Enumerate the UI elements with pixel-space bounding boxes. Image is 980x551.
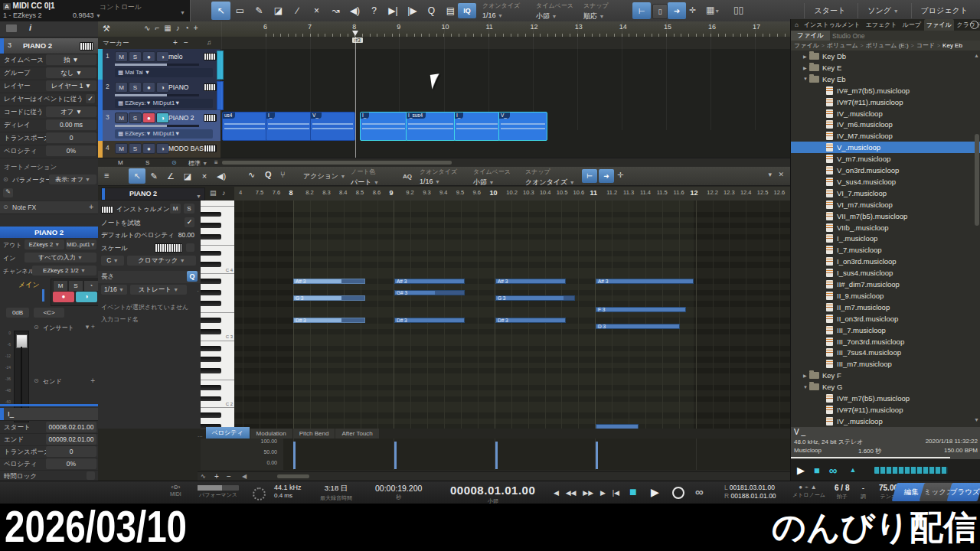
- inspector-track-header[interactable]: 3 PIANO 2: [0, 38, 98, 54]
- editor-timebase-select[interactable]: タイムベース 小節 ▼: [473, 168, 511, 186]
- automation-tab-after-touch[interactable]: After Touch: [335, 429, 378, 439]
- close-editor-icon[interactable]: ✕: [778, 171, 784, 178]
- event-row-checkbox[interactable]: [87, 471, 95, 480]
- breadcrumb-segment[interactable]: ボリューム (E:): [866, 41, 909, 50]
- quantize-apply-icon[interactable]: Q: [265, 170, 272, 179]
- velocity-bar[interactable]: [293, 442, 296, 469]
- display-dropdown-icon[interactable]: ▼: [180, 8, 185, 16]
- paint-tool[interactable]: ✎: [250, 2, 269, 20]
- note-grid[interactable]: A# 3G 3D# 3A# 3G# 3D# 3A# 3G 3D# 3A# 3F …: [234, 201, 790, 429]
- files-subtab[interactable]: ファイル: [791, 31, 830, 41]
- add-marker-icon[interactable]: +: [173, 38, 178, 47]
- send-row[interactable]: ⊙ センド +: [0, 375, 98, 386]
- file-row[interactable]: V_.musicloop: [791, 142, 980, 153]
- dot-icon[interactable]: ·: [197, 288, 199, 295]
- file-row[interactable]: III_7sus4.musicloop: [791, 347, 980, 358]
- file-row[interactable]: V_sus4.musicloop: [791, 176, 980, 187]
- piano-black-key[interactable]: [201, 234, 221, 240]
- event-row-value[interactable]: 0: [46, 446, 96, 457]
- next-marker-button[interactable]: ▶: [600, 489, 606, 497]
- timeline-ruler[interactable]: 67891011121314151617: [220, 21, 790, 37]
- browser-tab-インストゥルメント[interactable]: インストゥルメント: [802, 19, 863, 31]
- track-instrument-select[interactable]: ▦ EZkeys:▼ MIDput1▼: [115, 129, 213, 139]
- listen-tool[interactable]: ◀): [213, 168, 230, 184]
- piano-black-key[interactable]: [201, 318, 221, 323]
- event-row-value[interactable]: 00009.02.01.00: [46, 434, 96, 445]
- file-row[interactable]: IV#_m7(b5).musicloop: [791, 85, 980, 96]
- breadcrumb-segment[interactable]: ボリューム: [827, 41, 858, 50]
- file-row[interactable]: VI_m7.musicloop: [791, 199, 980, 210]
- locator-display[interactable]: L 00181.03.01.00 R 00188.01.01.00: [724, 484, 776, 500]
- film-view-button[interactable]: ▯▯: [733, 5, 743, 15]
- folder-row[interactable]: ▶Key Db: [791, 51, 980, 62]
- editor-snap-select[interactable]: スナップ クオンタイズ ▼: [525, 168, 575, 186]
- piano-black-key[interactable]: [201, 290, 221, 295]
- snap-toggle-icon[interactable]: ⊙: [172, 159, 177, 166]
- track-record-button[interactable]: ●: [142, 112, 155, 123]
- folder-expander-icon[interactable]: ▶: [803, 373, 809, 378]
- volume-readout[interactable]: 0dB: [6, 308, 29, 318]
- midi-note[interactable]: G 3: [293, 295, 365, 301]
- event-row-value[interactable]: 0%: [46, 458, 96, 469]
- edit-automation-icon[interactable]: ✎: [3, 188, 13, 197]
- add-insert-icon[interactable]: ▾ +: [86, 323, 95, 331]
- inspector-row[interactable]: トランスポーズ0: [0, 132, 98, 145]
- file-row[interactable]: IV_.musicloop: [791, 108, 980, 119]
- eraser-tool[interactable]: ◪: [179, 168, 196, 184]
- part-list-icon[interactable]: ▤: [210, 189, 217, 197]
- event-row-value[interactable]: 00008.02.01.00: [46, 422, 96, 432]
- track-solo-button[interactable]: S: [129, 143, 142, 154]
- eraser-tool[interactable]: ◪: [269, 2, 288, 20]
- input-select[interactable]: すべての入力 ▼: [24, 253, 96, 262]
- track-row[interactable]: 4MS●◑MODO BASS: [98, 141, 790, 158]
- editor-quantize-select[interactable]: クオンタイズ 1/16 ▼: [420, 168, 457, 186]
- track-monitor-button[interactable]: ◑: [156, 82, 169, 93]
- track-record-button[interactable]: ●: [142, 82, 155, 93]
- folder-row[interactable]: ▶Key F: [791, 370, 980, 381]
- event-inspector-header[interactable]: I_: [0, 408, 98, 421]
- home-icon[interactable]: ⌂: [792, 20, 801, 30]
- file-row[interactable]: IV_.musicloop: [791, 416, 980, 427]
- editor-menu-icon[interactable]: ≡: [104, 171, 109, 180]
- piano-black-key[interactable]: [201, 385, 221, 390]
- inspector-row-value[interactable]: 0.00 ms: [46, 119, 96, 130]
- file-row[interactable]: VI_7.musicloop: [791, 187, 980, 199]
- midi-note[interactable]: [596, 424, 639, 429]
- inspector-row[interactable]: ベロシティ0%: [0, 145, 98, 158]
- song-page-button[interactable]: ソング ▼: [858, 3, 907, 18]
- solo-button[interactable]: S: [68, 280, 83, 292]
- piano-black-key[interactable]: [201, 212, 221, 217]
- playhead[interactable]: [355, 37, 356, 158]
- inspector-row-checkbox[interactable]: ✓: [86, 94, 95, 103]
- metronome-controls[interactable]: ●⌁▲メトロノーム: [792, 484, 825, 499]
- output-instrument-select[interactable]: EZkeys 2 ▼: [24, 240, 64, 249]
- marker-music-icon[interactable]: ♫: [207, 39, 211, 46]
- time-signature-display[interactable]: 6 / 8拍子: [835, 484, 849, 500]
- track-solo-button[interactable]: S: [129, 112, 142, 123]
- main-bus-label[interactable]: メイン: [18, 280, 40, 290]
- track-lane[interactable]: [220, 80, 790, 111]
- action-menu[interactable]: アクション ▼: [303, 171, 346, 181]
- return-to-start-button[interactable]: |◀: [612, 489, 619, 497]
- scale-root-select[interactable]: C ▼: [101, 256, 124, 266]
- track-mute-button[interactable]: M: [115, 143, 128, 154]
- piano-black-key[interactable]: [201, 357, 221, 362]
- piano-black-key[interactable]: [201, 251, 221, 256]
- midi-clip[interactable]: us4: [222, 112, 267, 141]
- note-color-select[interactable]: ノート色 パート ▼: [351, 168, 379, 186]
- time-display-seconds[interactable]: 00:00:19.200秒: [375, 484, 422, 501]
- file-row[interactable]: II#_dim7.musicloop: [791, 279, 980, 290]
- pin-editor-icon[interactable]: ▾: [768, 171, 772, 178]
- track-view-button[interactable]: ▯: [652, 4, 668, 19]
- midi-note[interactable]: D 3: [596, 324, 680, 329]
- left-locator-button[interactable]: ⊢: [582, 169, 597, 183]
- help-tool[interactable]: ?: [364, 2, 384, 20]
- preview-progress[interactable]: [791, 457, 950, 458]
- length-quantize-button[interactable]: Q: [187, 271, 198, 282]
- breadcrumb-segment[interactable]: Key Eb: [942, 42, 962, 49]
- default-velocity-value[interactable]: 80.00: [178, 231, 194, 239]
- velocity-lane[interactable]: [283, 439, 790, 470]
- browser-tab-ファイル[interactable]: ファイル: [924, 19, 954, 31]
- key-display[interactable]: -調: [861, 484, 866, 500]
- midi-clip[interactable]: I_: [360, 112, 407, 141]
